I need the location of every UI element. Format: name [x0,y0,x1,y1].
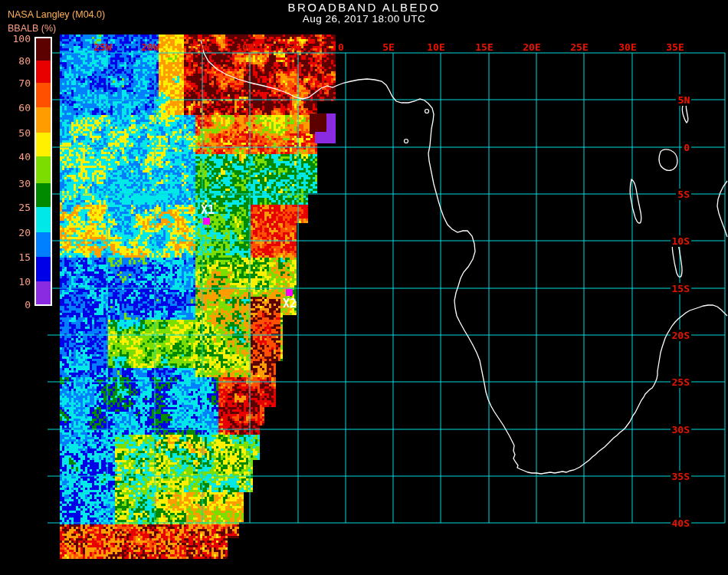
colorbar-tick-label: 10 [0,277,31,287]
longitude-label: 25W [87,42,118,52]
colorbar-tick-label: 15 [0,252,31,262]
albedo-map-page: BROADBAND ALBEDO Aug 26, 2017 18:00 UTC … [0,0,728,575]
colorbar-label: BBALB (%) [8,23,56,34]
plot-subtitle: Aug 26, 2017 18:00 UTC [0,13,728,25]
colorbar-tick-label: 50 [0,128,31,138]
longitude-label: 35E [660,42,690,52]
latitude-label: 40S [671,518,691,529]
colorbar-tick-label: 30 [0,179,31,189]
longitude-label: 5W [278,42,309,52]
colorbar-segment [36,257,51,281]
marker-dot-x2 [286,289,293,296]
colorbar-segment [36,107,51,133]
longitude-label: 5E [373,42,404,52]
longitude-label: 20W [135,42,166,52]
longitude-label: 25E [564,42,595,52]
latitude-label: 5S [676,189,691,200]
source-label: NASA Langley (M04.0) [8,9,105,20]
colorbar-tick-label: 100 [0,34,31,44]
colorbar-segment [36,83,51,107]
colorbar-tick-label: 0 [0,300,31,310]
latitude-label: 30S [671,424,691,435]
longitude-label: 15E [469,42,500,52]
longitude-label: 15W [182,42,213,52]
marker-dot-x1 [203,218,210,225]
latitude-label: 5N [676,94,691,106]
longitude-label: 30E [612,42,643,52]
latitude-label: 0 [682,142,691,153]
longitude-label: 10E [421,42,451,52]
colorbar-segment [36,207,51,232]
colorbar-tick-label: 60 [0,103,31,113]
lake-victoria-outline [659,150,677,171]
colorbar-tick-label: 70 [0,78,31,88]
colorbar-segment [36,38,51,61]
status-bar: MT10BROADBAND ALBEDOAUG 26, 2017 18:00ZN… [170,564,602,575]
colorbar-segment [36,61,51,83]
island-outline [425,110,429,113]
colorbar-tick-label: 25 [0,202,31,212]
colorbar-segment [36,156,51,183]
longitude-label: 20E [516,42,547,52]
colorbar-segment [36,232,51,257]
map-grid-and-coastline-overlay [0,0,728,575]
colorbar-segment [36,183,51,207]
plot-title: BROADBAND ALBEDO [0,1,728,14]
lake-tanganyika-outline [630,179,641,223]
longitude-label: 0 [326,42,356,52]
latitude-label: 35S [671,471,691,482]
colorbar-tick-label: 20 [0,228,31,238]
island-outline [405,140,408,143]
marker-label: X2 [283,298,297,310]
latitude-label: 20S [671,330,691,341]
colorbar-segment [36,133,51,156]
latitude-label: 10S [671,235,691,247]
colorbar-tick-label: 80 [0,56,31,66]
longitude-label: 10W [230,42,261,52]
east-coastline [717,181,727,237]
colorbar-tick-label: 40 [0,152,31,162]
latitude-label: 15S [671,283,691,294]
africa-coastline [201,40,727,474]
colorbar-segment [36,281,51,304]
latitude-label: 25S [671,376,691,388]
marker-label: X1 [201,205,215,216]
colorbar [34,37,52,306]
